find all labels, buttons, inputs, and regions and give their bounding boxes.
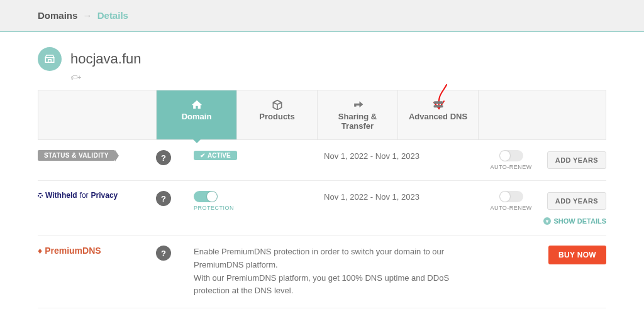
status-chip-label: ACTIVE <box>208 152 231 159</box>
premium-desc-2: With our PremiumDNS platform, you get 10… <box>194 272 468 298</box>
show-details-label: SHOW DETAILS <box>553 217 606 225</box>
tab-domain-label: Domain <box>182 112 212 121</box>
share-icon <box>352 99 364 108</box>
privacy-dates: Nov 1, 2022 - Nov 1, 2023 <box>275 191 468 204</box>
domain-store-icon <box>38 47 62 71</box>
tab-products-label: Products <box>259 112 294 121</box>
show-details-link[interactable]: ▾ SHOW DETAILS <box>543 217 606 225</box>
premium-dns-brand: ♦ PremiumDNS <box>38 246 101 256</box>
tab-sharing-label: Sharing & Transfer <box>338 112 377 131</box>
server-icon <box>432 99 445 108</box>
add-years-privacy-button[interactable]: ADD YEARS <box>547 192 606 210</box>
toggle-auto-renew-status[interactable] <box>499 150 523 161</box>
auto-renew-label: AUTO-RENEW <box>490 164 531 170</box>
tab-sharing-transfer[interactable]: Sharing & Transfer <box>317 90 397 139</box>
breadcrumb: Domains → Details <box>0 0 644 31</box>
row-nameservers: NAMESERVERS ? Namecheap BasicDNS ▼ <box>38 308 606 314</box>
protection-label: PROTECTION <box>194 205 234 211</box>
status-validity-badge: STATUS & VALIDITY <box>38 150 115 161</box>
tabs: Domain Products Sharing & Transfer Advan… <box>38 90 606 140</box>
row-premium-dns: ♦ PremiumDNS ? Enable PremiumDNS protect… <box>38 236 606 308</box>
help-premium-icon[interactable]: ? <box>156 246 171 261</box>
buy-now-button[interactable]: BUY NOW <box>548 246 606 264</box>
row-status-validity: STATUS & VALIDITY ? ✔ ACTIVE Nov 1, 2022… <box>38 140 606 181</box>
breadcrumb-details: Details <box>97 10 128 21</box>
toggle-auto-renew-privacy[interactable] <box>499 191 523 202</box>
house-icon <box>191 99 203 108</box>
diamond-icon: ♦ <box>38 246 42 256</box>
tab-advanced-dns[interactable]: Advanced DNS <box>397 90 478 139</box>
row-privacy: WithheldforPrivacy ? PROTECTION Nov 1, 2… <box>38 181 606 236</box>
tab-products[interactable]: Products <box>236 90 317 139</box>
svg-rect-0 <box>433 101 443 104</box>
withheld-for-privacy-brand: WithheldforPrivacy <box>38 191 118 200</box>
dot-icon <box>38 193 43 198</box>
premium-desc-1: Enable PremiumDNS protection in order to… <box>194 246 468 272</box>
status-dates: Nov 1, 2022 - Nov 1, 2023 <box>275 150 468 163</box>
tab-advdns-label: Advanced DNS <box>409 112 467 121</box>
add-years-status-button[interactable]: ADD YEARS <box>547 151 606 169</box>
toggle-protection[interactable] <box>194 191 218 202</box>
breadcrumb-domains[interactable]: Domains <box>38 10 77 21</box>
help-privacy-icon[interactable]: ? <box>156 191 171 206</box>
svg-rect-1 <box>433 105 443 107</box>
tag-add-icon[interactable]: 🏷︎+ <box>70 73 606 81</box>
check-icon: ✔ <box>200 152 205 159</box>
breadcrumb-arrow-icon: → <box>83 10 92 21</box>
tab-domain[interactable]: Domain <box>156 90 236 139</box>
help-status-icon[interactable]: ? <box>156 150 171 165</box>
box-icon <box>271 99 284 108</box>
status-active-chip: ✔ ACTIVE <box>194 151 237 160</box>
domain-title: hocjava.fun <box>70 51 142 67</box>
expand-icon: ▾ <box>543 217 551 225</box>
auto-renew-privacy-label: AUTO-RENEW <box>490 205 531 211</box>
